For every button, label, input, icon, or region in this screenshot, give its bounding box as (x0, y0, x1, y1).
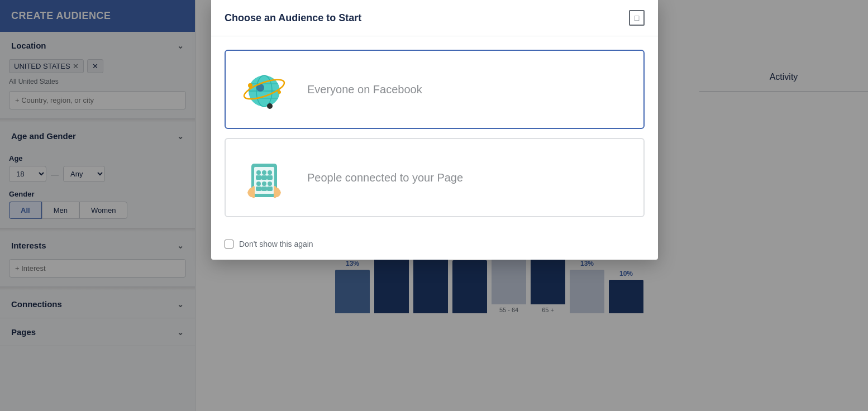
svg-point-20 (262, 181, 266, 186)
svg-rect-21 (261, 187, 267, 191)
dont-show-label: Don't show this again (239, 240, 313, 248)
svg-point-9 (278, 90, 281, 94)
modal-body: Everyone on Facebook (211, 36, 658, 231)
svg-rect-17 (267, 175, 273, 180)
svg-rect-13 (256, 175, 261, 180)
svg-point-16 (268, 170, 272, 175)
svg-point-7 (248, 83, 252, 88)
svg-rect-15 (261, 175, 267, 180)
page-connected-label: People connected to your Page (307, 171, 463, 184)
svg-rect-23 (267, 187, 273, 191)
svg-point-18 (256, 181, 261, 186)
everyone-on-facebook-option[interactable]: Everyone on Facebook (225, 50, 645, 129)
close-icon: □ (635, 13, 639, 22)
modal-close-button[interactable]: □ (629, 10, 645, 26)
svg-point-12 (256, 170, 261, 175)
svg-rect-25 (274, 186, 276, 198)
svg-point-14 (262, 170, 266, 175)
everyone-fb-label: Everyone on Facebook (307, 83, 422, 96)
globe-icon (239, 64, 289, 114)
svg-point-22 (268, 181, 272, 186)
svg-point-8 (267, 103, 273, 109)
svg-rect-19 (256, 187, 261, 191)
page-connected-option[interactable]: People connected to your Page (225, 138, 645, 217)
modal-title: Choose an Audience to Start (225, 12, 361, 24)
modal-header: Choose an Audience to Start □ (211, 0, 658, 36)
dont-show-checkbox[interactable] (225, 240, 233, 248)
people-icon (239, 152, 289, 203)
svg-rect-24 (252, 186, 255, 198)
modal: Choose an Audience to Start □ (211, 0, 658, 260)
modal-footer: Don't show this again (211, 231, 658, 260)
